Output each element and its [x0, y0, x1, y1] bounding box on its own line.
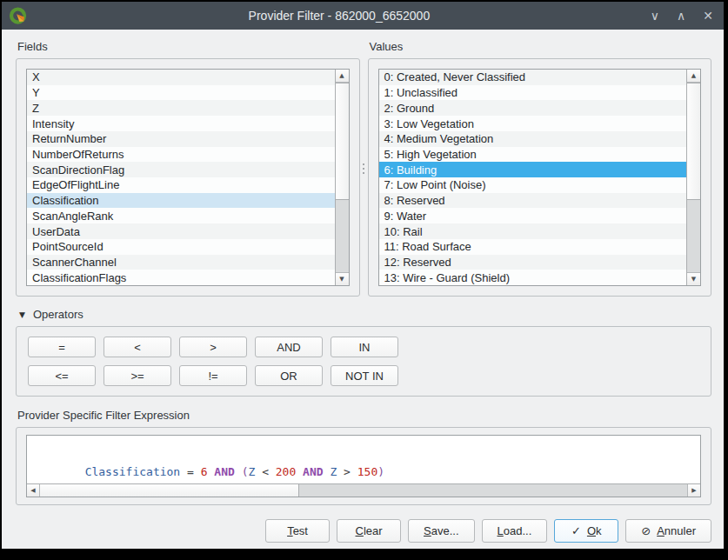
expression-token: < [255, 465, 275, 478]
scroll-left-icon[interactable]: ◀ [27, 484, 40, 497]
expression-groupbox: Classification = 6 AND (Z < 200 AND Z > … [16, 427, 711, 505]
list-item[interactable]: 4: Medium Vegetation [379, 131, 687, 147]
operator-button[interactable]: > [179, 337, 247, 357]
check-icon: ✓ [571, 524, 581, 537]
close-button[interactable]: ✕ [703, 2, 713, 30]
operators-row-2: <=>=!=ORNOT IN [28, 365, 699, 386]
dialog-button[interactable]: Test [265, 519, 330, 543]
list-item[interactable]: 12: Reserved [379, 255, 687, 270]
button-label: Annuler [657, 524, 696, 537]
expression-token: > [337, 465, 357, 478]
cancel-icon: ⊘ [641, 524, 651, 537]
list-item[interactable]: 13: Wire - Guard (Shield) [379, 270, 687, 285]
operator-button[interactable]: OR [255, 365, 323, 386]
list-item[interactable]: NumberOfReturns [27, 147, 335, 163]
values-scrollbar[interactable]: ▲ ▼ [686, 70, 700, 285]
list-item[interactable]: 9: Water [379, 208, 687, 223]
scroll-down-icon[interactable]: ▼ [336, 272, 349, 285]
scroll-track[interactable] [40, 484, 687, 497]
list-item[interactable]: X [27, 70, 335, 85]
list-item[interactable]: ScannerChannel [27, 255, 335, 270]
list-item[interactable]: 2: Ground [379, 100, 687, 116]
scroll-up-icon[interactable]: ▲ [687, 70, 700, 83]
dialog-button[interactable]: ⊘ Annuler [625, 519, 711, 543]
values-panel: Values 0: Created, Never Classified1: Un… [368, 40, 712, 297]
list-item[interactable]: 1: Unclassified [379, 85, 687, 101]
collapse-icon[interactable]: ▼ [19, 310, 25, 319]
scroll-thumb[interactable] [687, 83, 700, 200]
scroll-down-icon[interactable]: ▼ [687, 272, 700, 285]
list-item[interactable]: 0: Created, Never Classified [379, 70, 687, 85]
fields-list[interactable]: XYZIntensityReturnNumberNumberOfReturnsS… [26, 69, 350, 286]
fields-label: Fields [17, 40, 360, 53]
list-item[interactable]: Classification [27, 193, 335, 209]
dialog-buttons: Test Clear Save... Load... ✓ Ok ⊘ Annule… [16, 519, 711, 543]
scroll-right-icon[interactable]: ▶ [687, 484, 700, 497]
list-item[interactable]: ClassificationFlags [27, 270, 335, 285]
list-item[interactable]: ReturnNumber [27, 131, 335, 147]
list-item[interactable]: 10: Rail [379, 223, 687, 239]
expression-token: 6 [201, 465, 208, 478]
list-item[interactable]: UserData [27, 223, 335, 239]
scroll-thumb[interactable] [40, 484, 299, 497]
operator-button[interactable]: = [28, 337, 96, 357]
splitter-handle[interactable] [360, 40, 368, 297]
list-item[interactable]: EdgeOfFlightLine [27, 177, 335, 193]
scroll-thumb[interactable] [336, 83, 349, 200]
list-item[interactable]: 5: High Vegetation [379, 147, 687, 163]
dialog-content: Fields XYZIntensityReturnNumberNumberOfR… [2, 30, 724, 549]
operator-button[interactable]: != [179, 365, 247, 386]
expression-label: Provider Specific Filter Expression [17, 409, 711, 422]
list-item[interactable]: 8: Reserved [379, 193, 687, 209]
fields-scrollbar[interactable]: ▲ ▼ [335, 70, 349, 285]
qgis-logo-icon [9, 6, 28, 25]
window-controls: ∨ ∧ ✕ [651, 2, 713, 30]
list-item[interactable]: Z [27, 100, 335, 116]
expression-token: AND [214, 465, 234, 478]
dialog-button[interactable]: ✓ Ok [554, 519, 618, 543]
unshade-button[interactable]: ∧ [677, 2, 685, 30]
dialog-button[interactable]: Clear [337, 519, 401, 543]
operator-button[interactable]: IN [331, 337, 398, 357]
lists-row: Fields XYZIntensityReturnNumberNumberOfR… [16, 40, 711, 297]
scroll-track[interactable] [336, 83, 349, 272]
expression-token: = [180, 465, 200, 478]
filter-expression-editor[interactable]: Classification = 6 AND (Z < 200 AND Z > … [26, 435, 701, 497]
list-item[interactable]: ScanAngleRank [27, 208, 335, 223]
list-item[interactable]: 6: Building [379, 162, 687, 177]
shade-button[interactable]: ∨ [651, 2, 659, 30]
list-item[interactable]: 3: Low Vegetation [379, 116, 687, 131]
operator-button[interactable]: NOT IN [331, 365, 398, 386]
scroll-track[interactable] [687, 83, 700, 272]
values-label: Values [370, 40, 712, 53]
list-item[interactable]: 7: Low Point (Noise) [379, 177, 687, 193]
expression-hscrollbar[interactable]: ◀ ▶ [27, 483, 700, 497]
button-label: Test [287, 524, 308, 537]
operators-header[interactable]: ▼ Operators [19, 308, 711, 321]
dialog-button[interactable]: Save... [408, 519, 474, 543]
scroll-up-icon[interactable]: ▲ [336, 70, 349, 83]
list-item[interactable]: Intensity [27, 116, 335, 131]
expression-text: Classification = 6 AND (Z < 200 AND Z > … [27, 436, 700, 478]
operator-button[interactable]: < [104, 337, 171, 357]
fields-groupbox: XYZIntensityReturnNumberNumberOfReturnsS… [16, 58, 360, 297]
expression-token: Classification [85, 465, 181, 478]
dialog-button[interactable]: Load... [482, 519, 548, 543]
values-groupbox: 0: Created, Never Classified1: Unclassif… [368, 58, 712, 297]
titlebar[interactable]: Provider Filter - 862000_6652000 ∨ ∧ ✕ [2, 2, 724, 30]
expression-token: 200 [276, 465, 296, 478]
operator-button[interactable]: <= [28, 365, 96, 386]
list-item[interactable]: PointSourceId [27, 239, 335, 255]
list-item[interactable]: 11: Road Surface [379, 239, 687, 255]
button-label: Load... [498, 524, 532, 537]
operator-button[interactable]: AND [255, 337, 323, 357]
fields-panel: Fields XYZIntensityReturnNumberNumberOfR… [16, 40, 360, 297]
list-item[interactable]: ScanDirectionFlag [27, 162, 335, 177]
values-rows: 0: Created, Never Classified1: Unclassif… [379, 70, 687, 285]
expression-token: AND [303, 465, 323, 478]
list-item[interactable]: Y [27, 85, 335, 101]
button-label: Ok [587, 524, 602, 537]
fields-rows: XYZIntensityReturnNumberNumberOfReturnsS… [27, 70, 335, 285]
values-list[interactable]: 0: Created, Never Classified1: Unclassif… [378, 69, 702, 286]
operator-button[interactable]: >= [104, 365, 171, 386]
